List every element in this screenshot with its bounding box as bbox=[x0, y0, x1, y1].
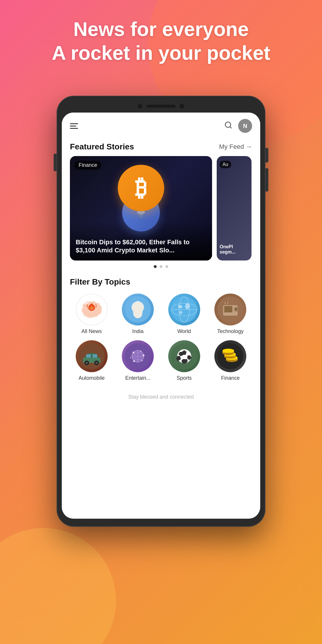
hero-section: News for everyone A rocket in your pocke… bbox=[0, 17, 322, 65]
featured-header: Featured Stories My Feed → bbox=[62, 139, 260, 156]
featured-title: Featured Stories bbox=[70, 142, 134, 151]
svg-point-31 bbox=[133, 360, 135, 362]
svg-point-52 bbox=[222, 349, 234, 353]
topic-all-news[interactable]: All News bbox=[70, 294, 113, 334]
hero-line1: News for everyone bbox=[73, 18, 249, 40]
svg-rect-22 bbox=[86, 354, 91, 358]
topic-entertainment[interactable]: Entertain... bbox=[116, 340, 160, 381]
svg-point-28 bbox=[140, 351, 141, 352]
svg-rect-11 bbox=[224, 306, 232, 312]
partial-story-tag: Au bbox=[220, 161, 231, 168]
volume-button bbox=[54, 154, 57, 171]
phone-shell: N Featured Stories My Feed → ₿ bbox=[57, 96, 265, 527]
phone-top-bar bbox=[62, 104, 260, 108]
story-tag-0: Finance bbox=[75, 161, 101, 170]
svg-point-19 bbox=[86, 362, 88, 364]
app-content: N Featured Stories My Feed → ₿ bbox=[62, 113, 260, 519]
hamburger-menu-button[interactable] bbox=[70, 123, 78, 129]
nav-right-group: N bbox=[224, 119, 252, 133]
phone-screen: N Featured Stories My Feed → ₿ bbox=[62, 113, 260, 519]
topic-india[interactable]: India bbox=[116, 294, 160, 334]
tech-circle bbox=[214, 294, 246, 325]
carousel-dots bbox=[62, 261, 260, 273]
dot-3 bbox=[165, 265, 168, 268]
camera-dot-right bbox=[180, 104, 184, 108]
top-nav: N bbox=[62, 113, 260, 139]
camera-dot-left bbox=[138, 104, 142, 108]
power-button-top bbox=[265, 148, 268, 162]
topic-finance[interactable]: Finance bbox=[209, 340, 252, 381]
topic-label-technology: Technology bbox=[217, 328, 244, 334]
topic-sports[interactable]: Sports bbox=[162, 340, 206, 381]
topic-label-finance: Finance bbox=[221, 375, 240, 381]
story-card-0[interactable]: ₿ Finance Bitcoin Dips to $62,0 bbox=[70, 156, 212, 261]
filter-title: Filter By Topics bbox=[70, 277, 252, 287]
svg-point-30 bbox=[142, 360, 143, 361]
footer-label: Stay blessed and connected bbox=[128, 394, 194, 400]
sports-circle bbox=[168, 340, 200, 372]
story-card-1[interactable]: Au OnePl segm... bbox=[217, 156, 252, 261]
topic-grid: All News India bbox=[62, 294, 260, 388]
auto-circle bbox=[76, 340, 108, 372]
topic-label-automobile: Automobile bbox=[79, 375, 105, 381]
dot-2 bbox=[160, 265, 162, 268]
finance-circle bbox=[214, 340, 246, 372]
topic-label-allnews: All News bbox=[82, 328, 102, 334]
india-circle bbox=[122, 294, 154, 325]
story-title-0: Bitcoin Dips to $62,000, Ether Falls to … bbox=[76, 238, 206, 255]
topic-label-sports: Sports bbox=[177, 375, 192, 381]
filter-section: Filter By Topics bbox=[62, 273, 260, 287]
search-button[interactable] bbox=[224, 121, 232, 131]
svg-point-27 bbox=[133, 352, 134, 353]
topic-world[interactable]: World bbox=[162, 294, 206, 334]
svg-point-21 bbox=[95, 362, 98, 364]
phone-device: N Featured Stories My Feed → ₿ bbox=[57, 96, 265, 527]
svg-rect-23 bbox=[93, 354, 97, 358]
stories-scroll-container: ₿ Finance Bitcoin Dips to $62,0 bbox=[62, 156, 260, 261]
hamburger-line-1 bbox=[70, 123, 78, 124]
bitcoin-coin: ₿ bbox=[118, 165, 164, 211]
topic-label-world: World bbox=[177, 328, 191, 334]
topic-label-india: India bbox=[132, 328, 144, 334]
footer-text: Stay blessed and connected bbox=[62, 388, 260, 406]
hero-line2: A rocket in your pocket bbox=[52, 42, 270, 64]
all-news-circle bbox=[76, 294, 108, 325]
svg-point-32 bbox=[130, 357, 131, 358]
world-circle bbox=[168, 294, 200, 325]
entertain-circle bbox=[122, 340, 154, 372]
topic-technology[interactable]: Technology bbox=[209, 294, 252, 334]
dot-1 bbox=[154, 265, 157, 268]
hamburger-line-2 bbox=[70, 126, 76, 126]
hamburger-line-3 bbox=[70, 128, 78, 129]
svg-point-13 bbox=[235, 308, 237, 310]
partial-story-text: OnePl segm... bbox=[220, 244, 249, 255]
speaker-bar bbox=[146, 105, 176, 108]
topic-label-entertainment: Entertain... bbox=[125, 375, 151, 381]
user-avatar[interactable]: N bbox=[238, 119, 252, 133]
hero-title: News for everyone A rocket in your pocke… bbox=[0, 17, 322, 65]
topic-automobile[interactable]: Automobile bbox=[70, 340, 113, 381]
svg-line-1 bbox=[230, 126, 231, 128]
my-feed-link[interactable]: My Feed → bbox=[219, 143, 252, 151]
power-button-bottom bbox=[265, 168, 268, 191]
